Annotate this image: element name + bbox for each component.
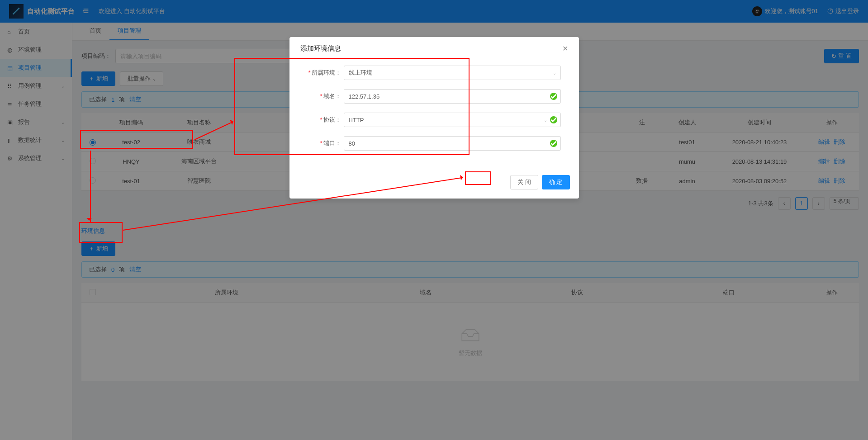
protocol-select[interactable] xyxy=(344,113,561,127)
domain-label: *域名： xyxy=(308,92,344,100)
add-env-modal: 添加环境信息 ✕ *所属环境： ⌄ *域名： *协议： xyxy=(289,37,579,199)
form-row-port: *端口： xyxy=(308,136,561,151)
env-label: *所属环境： xyxy=(308,69,344,77)
modal-overlay[interactable]: 添加环境信息 ✕ *所属环境： ⌄ *域名： *协议： xyxy=(0,0,868,440)
protocol-label: *协议： xyxy=(308,116,344,124)
valid-icon xyxy=(550,116,557,123)
form-row-env: *所属环境： ⌄ xyxy=(308,66,561,80)
port-label: *端口： xyxy=(308,139,344,147)
env-select[interactable] xyxy=(344,66,561,80)
port-input[interactable] xyxy=(344,136,561,151)
modal-title: 添加环境信息 xyxy=(300,44,341,53)
form-row-protocol: *协议： ⌄ xyxy=(308,113,561,127)
modal-footer: 关 闭 确 定 xyxy=(289,170,579,199)
valid-icon xyxy=(550,140,557,147)
domain-input[interactable] xyxy=(344,89,561,104)
confirm-button[interactable]: 确 定 xyxy=(542,175,570,189)
cancel-button[interactable]: 关 闭 xyxy=(510,175,538,189)
valid-icon xyxy=(550,93,557,100)
chevron-down-icon: ⌄ xyxy=(544,118,547,123)
modal-close-button[interactable]: ✕ xyxy=(562,44,568,53)
chevron-down-icon: ⌄ xyxy=(553,71,556,76)
modal-body: *所属环境： ⌄ *域名： *协议： ⌄ xyxy=(289,60,579,170)
form-row-domain: *域名： xyxy=(308,89,561,104)
modal-header: 添加环境信息 ✕ xyxy=(289,37,579,60)
